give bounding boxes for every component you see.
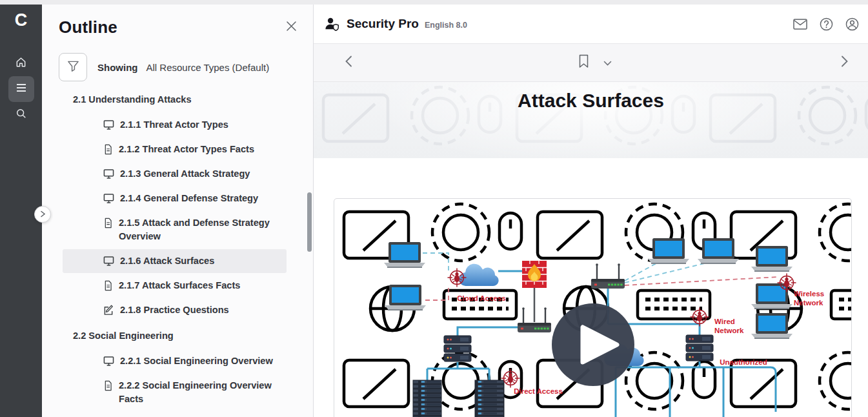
outline-item[interactable]: 2.1.1 Threat Actor Types	[63, 113, 287, 137]
outline-item-label: 2.1.5 Attack and Defense Strategy Overvi…	[119, 216, 281, 243]
sidebar-item-home[interactable]	[8, 50, 34, 76]
edit-icon	[103, 305, 114, 316]
monitor-icon	[103, 168, 114, 179]
lesson-toolbar	[314, 44, 868, 82]
outline-item[interactable]: 2.1.8 Practice Questions	[63, 298, 287, 322]
outline-scrollbar-thumb[interactable]	[307, 192, 312, 252]
label-cloud-access: Cloud Access	[457, 294, 506, 302]
filter-showing-label: Showing	[97, 62, 138, 73]
monitor-icon	[103, 356, 114, 367]
sidebar-item-search[interactable]	[8, 102, 34, 128]
label-direct-access: Direct Access	[514, 387, 563, 395]
bookmark-icon	[578, 54, 589, 71]
help-icon[interactable]	[820, 17, 833, 31]
outline-item-label: 2.2.2 Social Engineering Overview Facts	[119, 379, 281, 406]
label-wireless-network-2: Network	[794, 299, 823, 307]
outline-item[interactable]: 2.1.5 Attack and Defense Strategy Overvi…	[63, 211, 287, 249]
menu-icon	[15, 83, 27, 95]
chevron-left-icon	[345, 56, 352, 70]
play-button[interactable]	[552, 303, 634, 386]
outline-section-header[interactable]: 2.2 Social Engineering	[42, 323, 313, 349]
course-subtitle: English 8.0	[425, 21, 467, 30]
sidebar-item-outline[interactable]	[8, 76, 34, 102]
monitor-icon	[103, 256, 114, 267]
document-icon	[103, 144, 113, 155]
panel-expand-toggle[interactable]	[34, 206, 51, 223]
outline-item[interactable]: 2.1.7 Attack Surfaces Facts	[63, 274, 287, 298]
filter-current-value: All Resource Types (Default)	[146, 62, 270, 73]
lesson-banner: Attack Surfaces	[314, 82, 868, 158]
outline-item[interactable]: 2.1.6 Attack Surfaces	[63, 249, 287, 273]
bookmark-menu-button[interactable]	[603, 57, 612, 68]
label-wireless-network-1: Wireless	[794, 290, 824, 298]
resource-filter-button[interactable]	[59, 53, 87, 81]
main-area: Security Pro English 8.0	[314, 5, 868, 417]
label-unauthorized: Unauthorized	[720, 358, 767, 366]
label-wired-network-1: Wired	[714, 318, 735, 325]
outline-item-label: 2.1.1 Threat Actor Types	[120, 118, 228, 132]
outline-item[interactable]: 2.1.2 Threat Actor Types Facts	[63, 137, 287, 161]
outline-item[interactable]: 2.1.4 General Defense Strategy	[63, 187, 287, 210]
close-outline-button[interactable]	[285, 20, 298, 35]
document-icon	[103, 218, 113, 229]
lesson-content: Attack Surfaces	[314, 82, 868, 417]
course-title: Security Pro	[347, 17, 419, 31]
outline-section-header[interactable]: 2.1 Understanding Attacks	[42, 86, 313, 113]
search-icon	[15, 108, 27, 122]
label-wired-network-2: Network	[714, 327, 744, 334]
outline-item-label: 2.1.4 General Defense Strategy	[120, 192, 258, 205]
filter-icon	[66, 59, 80, 76]
mail-icon[interactable]	[793, 19, 807, 30]
monitor-icon	[103, 193, 114, 204]
outline-item-label: 2.2.1 Social Engineering Overview	[120, 354, 273, 368]
outline-list: 2.1 Understanding Attacks2.1.1 Threat Ac…	[42, 86, 313, 417]
outline-item-label: 2.1.8 Practice Questions	[120, 303, 229, 317]
outline-item-label: 2.1.7 Attack Surfaces Facts	[119, 279, 240, 292]
account-icon[interactable]	[845, 17, 859, 31]
outline-item[interactable]: 2.1.3 General Attack Strategy	[63, 162, 287, 186]
outline-panel-title: Outline	[59, 17, 117, 37]
outline-item-label: 2.1.2 Threat Actor Types Facts	[119, 143, 254, 156]
chevron-right-icon	[841, 56, 849, 70]
lesson-video-player[interactable]: Cloud Access Direct Access Wireless Netw…	[334, 198, 852, 417]
outline-item-label: 2.1.6 Attack Surfaces	[120, 254, 214, 268]
outline-item-label: 2.1.3 General Attack Strategy	[120, 167, 250, 181]
previous-lesson-button[interactable]	[345, 56, 352, 70]
outline-item[interactable]: 2.2.2 Social Engineering Overview Facts	[63, 374, 287, 411]
outline-item[interactable]: 2.2.1 Social Engineering Overview	[63, 349, 287, 373]
home-icon	[15, 56, 27, 71]
app-logo[interactable]: C	[15, 8, 28, 32]
bookmark-button[interactable]	[578, 54, 589, 71]
person-shield-icon	[324, 17, 340, 32]
chevron-down-icon	[603, 57, 612, 68]
course-header: Security Pro English 8.0	[314, 5, 868, 44]
document-icon	[103, 380, 113, 391]
close-icon	[285, 23, 298, 34]
document-icon	[103, 280, 113, 291]
top-strip	[0, 0, 868, 5]
chevron-right-icon	[40, 208, 46, 220]
outline-item[interactable]: 2.2.3 Social Engineering Techniques	[63, 412, 287, 417]
outline-panel: Outline Showing All Resource Types (Defa…	[42, 5, 314, 417]
monitor-icon	[103, 119, 114, 130]
next-lesson-button[interactable]	[841, 56, 849, 70]
page-title: Attack Surfaces	[314, 90, 868, 112]
